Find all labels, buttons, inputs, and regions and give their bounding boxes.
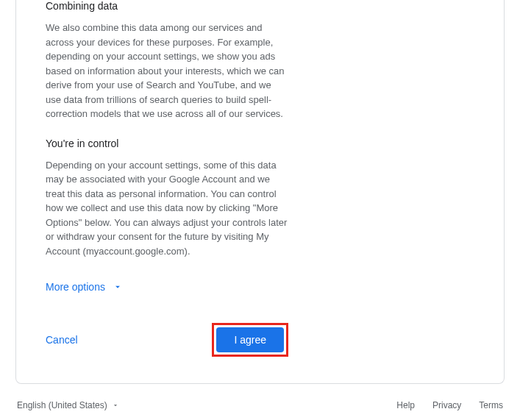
- footer: English (United States) Help Privacy Ter…: [15, 400, 505, 410]
- chevron-down-icon: [111, 280, 124, 293]
- cancel-button[interactable]: Cancel: [46, 334, 78, 346]
- more-options-toggle[interactable]: More options: [46, 280, 124, 293]
- language-selector[interactable]: English (United States): [17, 400, 119, 410]
- language-label: English (United States): [17, 400, 107, 410]
- signup-card: Combining data We also combine this data…: [15, 0, 505, 384]
- combining-data-heading: Combining data: [46, 0, 288, 12]
- agree-button-highlight: I agree: [212, 323, 288, 357]
- combining-data-body: We also combine this data among our serv…: [46, 21, 288, 121]
- you-are-in-control-heading: You're in control: [46, 138, 288, 149]
- dropdown-icon: [112, 402, 119, 409]
- help-link[interactable]: Help: [396, 400, 415, 410]
- privacy-link[interactable]: Privacy: [432, 400, 461, 410]
- terms-link[interactable]: Terms: [479, 400, 503, 410]
- you-are-in-control-body: Depending on your account settings, some…: [46, 158, 288, 259]
- footer-links: Help Privacy Terms: [396, 400, 503, 410]
- agree-button[interactable]: I agree: [216, 327, 284, 352]
- actions-row: Cancel I agree: [46, 323, 288, 357]
- content-section: Combining data We also combine this data…: [46, 0, 288, 357]
- more-options-label: More options: [46, 281, 105, 293]
